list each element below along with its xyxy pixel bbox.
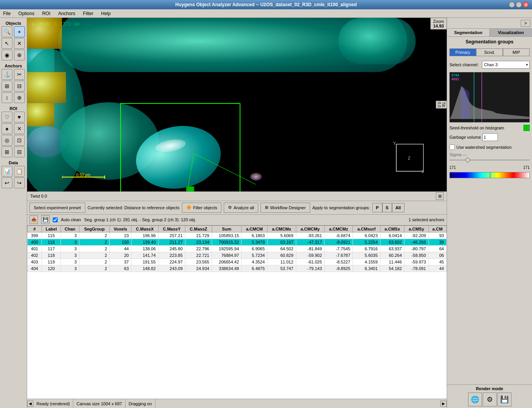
scroll-right-btn[interactable]: ▶ [440, 401, 447, 407]
render-btn-surface[interactable]: 🌐 [468, 393, 482, 406]
table-row[interactable]: 3991153223196.96257.2121.729105893.156.1… [28, 232, 447, 239]
col-acmcmz[interactable]: a.CMCMz [325, 226, 353, 232]
col-acmsurf[interactable]: a.CMsurf [353, 226, 380, 232]
render-btn-export[interactable]: 💾 [497, 393, 511, 406]
close-button[interactable]: ✕ [523, 2, 529, 8]
gradient-bar[interactable] [449, 172, 530, 178]
export-icon-btn[interactable]: 📤 [29, 215, 38, 224]
sub-tab-primary[interactable]: Primary [449, 48, 476, 56]
col-acmcm[interactable]: a.CMCM [242, 226, 268, 232]
group-s-button[interactable]: S [382, 203, 392, 212]
data-tool3[interactable]: ↩ [2, 177, 12, 188]
sub-tabs: Primary Scnd. MIP [449, 48, 530, 56]
anchor-tool3[interactable]: ⊞ [2, 81, 12, 91]
col-sum[interactable]: Sum [212, 226, 242, 232]
obj-tool4[interactable]: ⊕ [14, 50, 25, 60]
analyze-all-button[interactable]: ⚙ Analyze all [224, 203, 258, 213]
col-cmassy[interactable]: C.MassY [158, 226, 185, 232]
save-icon-btn[interactable]: 💾 [41, 215, 50, 224]
svg-text:Z: Z [408, 156, 410, 160]
col-acmsx[interactable]: a.CMSx [380, 226, 404, 232]
roi-tool5[interactable]: ◎ [2, 135, 12, 146]
menu-options[interactable]: Options [17, 10, 36, 17]
sub-tab-scnd[interactable]: Scnd. [476, 48, 503, 56]
svg-text:0.50 μm: 0.50 μm [76, 173, 90, 177]
group-all-button[interactable]: All [392, 203, 404, 212]
channel-dropdown[interactable]: Chan 3 [482, 61, 530, 69]
lasso-tool[interactable]: ⌖ [14, 26, 25, 37]
watershed-checkbox[interactable] [449, 145, 455, 150]
col-acmsy[interactable]: a.CMSy [404, 226, 428, 232]
axes-widget: X Y Z [392, 140, 427, 176]
menu-help[interactable]: Help [100, 10, 112, 17]
data-table: # Label Chan SegGroup Voxels C.MassX C.M… [27, 226, 447, 272]
col-id[interactable]: # [28, 226, 42, 232]
maximize-button[interactable]: □ [516, 2, 522, 8]
data-tool1[interactable]: 📊 [2, 166, 12, 177]
render-btn-settings[interactable]: ⚙ [483, 393, 497, 406]
col-cmassx[interactable]: C.MassX [131, 226, 158, 232]
anchor-tool2[interactable]: ✂ [14, 69, 25, 80]
data-tool4[interactable]: ↪ [14, 177, 25, 188]
roi-tool8[interactable]: ⊟ [14, 146, 25, 157]
roi-tool4[interactable]: ✕ [14, 123, 25, 134]
data-table-container[interactable]: # Label Chan SegGroup Voxels C.MassX C.M… [27, 226, 447, 399]
sigma-label: Sigma — [449, 152, 467, 157]
anchor-tool6[interactable]: ⊕ [14, 92, 25, 103]
tab-visualization[interactable]: Visualization [490, 29, 532, 36]
analyze-icon: ⚙ [228, 205, 232, 210]
garbage-volume-label: Garbage volume [449, 135, 481, 139]
status-canvas: Canvas size 1004 x 687 [73, 399, 125, 408]
tab-segmentation[interactable]: Segmentation [447, 29, 490, 36]
col-voxels[interactable]: Voxels [110, 226, 131, 232]
garbage-volume-input[interactable] [482, 133, 498, 141]
filter-objects-button[interactable]: 🔶 Filter objects [182, 203, 221, 213]
minimize-button[interactable]: ─ [509, 2, 515, 8]
col-cmassz[interactable]: C.MassZ [185, 226, 212, 232]
table-row[interactable]: 4031193237191.55224.9723.565206654.424.3… [28, 258, 447, 265]
table-row[interactable]: 4011173244138.06245.8022.796192595.946.9… [28, 245, 447, 252]
obj-label-10: 10 [186, 186, 194, 191]
group-p-button[interactable]: P [372, 203, 382, 212]
preset-button[interactable]: Select experiment preset [29, 203, 85, 213]
col-label[interactable]: Label [41, 226, 60, 232]
table-row[interactable]: 4021183220141.74223.8522.72176884.975.72… [28, 252, 447, 258]
menu-roi[interactable]: ROI [41, 10, 52, 17]
col-acm[interactable]: a.CM [428, 226, 446, 232]
magnify-tool[interactable]: 🔍 [2, 26, 12, 37]
scroll-left-btn[interactable]: ◀ [27, 401, 33, 407]
roi-tool1[interactable]: ♡ [2, 112, 12, 122]
col-seggroup[interactable]: SegGroup [79, 226, 109, 232]
left-panel: Objects 🔍 ⌖ ↖ ✕ ◉ ⊕ Anchors ⚓ ✂ ⊞ ⊟ ↕ ⊕ … [0, 18, 27, 408]
roi-tool6[interactable]: ⊡ [14, 135, 25, 146]
roi-tool2[interactable]: ♥ [14, 112, 25, 122]
anchor-tool4[interactable]: ⊟ [14, 81, 25, 91]
table-row[interactable]: 40011632150139.40211.2723.134700915.325.… [28, 239, 447, 245]
sub-tab-mip[interactable]: MIP [503, 48, 530, 56]
channel-label: Select channel: [449, 62, 480, 67]
menu-anchors[interactable]: Anchors [57, 10, 77, 17]
table-row[interactable]: 4041203263148.82243.0924.934338634.486.4… [28, 265, 447, 272]
col-acmcmy[interactable]: a.CMCMy [296, 226, 325, 232]
sigma-slider[interactable] [449, 157, 530, 163]
roi-tool3[interactable]: ♠ [2, 123, 12, 134]
select-tool[interactable]: ↖ [2, 38, 12, 49]
viewport-icon-btn[interactable]: ⊞ [436, 192, 444, 200]
expand-button[interactable]: > [521, 20, 530, 27]
col-chan[interactable]: Chan [61, 226, 79, 232]
col-acmcmx[interactable]: a.CMCMx [267, 226, 296, 232]
menu-file[interactable]: File [2, 10, 12, 17]
seed-threshold-indicator[interactable] [523, 125, 530, 131]
viewport[interactable]: a.CMCM: 1.2371 um --- Zoom 14.93 [27, 18, 447, 191]
workflow-designer-button[interactable]: ⊞ Workflow Designer [261, 203, 310, 213]
data-tool2[interactable]: 📋 [14, 166, 25, 177]
histogram[interactable]: 2744 4892 [449, 72, 530, 122]
close-tool[interactable]: ✕ [14, 38, 25, 49]
anchor-tool5[interactable]: ↕ [2, 92, 12, 103]
anchor-tool1[interactable]: ⚓ [2, 69, 12, 80]
roi-tool7[interactable]: ⊞ [2, 146, 12, 157]
obj-tool3[interactable]: ◉ [2, 50, 12, 60]
auto-clean-checkbox[interactable] [53, 217, 58, 222]
sigma-thumb[interactable] [465, 158, 470, 162]
menu-filter[interactable]: Filter [81, 10, 95, 17]
